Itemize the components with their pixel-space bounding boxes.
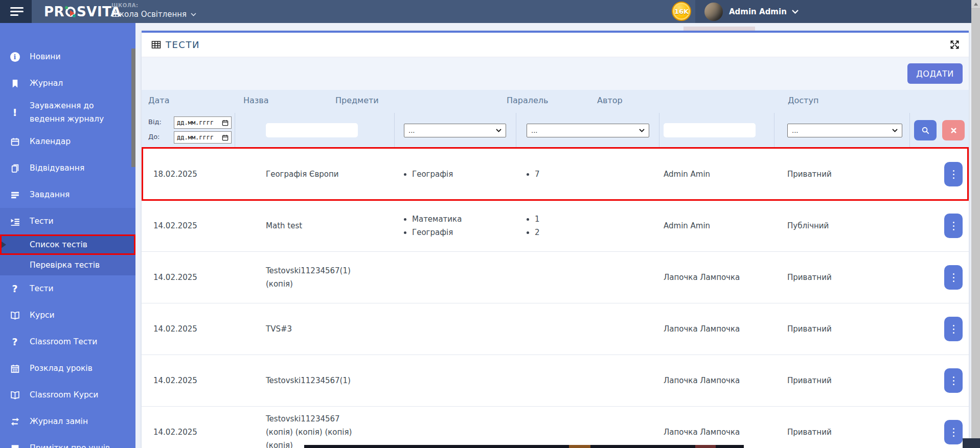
school-select[interactable]: Школа Освітлення [111,10,196,19]
row-access: Приватний [774,252,910,303]
sidebar-item-7[interactable]: Список тестів [0,234,135,255]
author-filter-input[interactable] [664,123,756,137]
sidebar-item-11[interactable]: ?Classroom Тести [0,328,135,355]
sidebar-item-label: Відвідування [30,161,128,175]
chevron-down-icon [496,129,502,132]
row-date: 14.02.2025 [142,303,235,355]
coins-badge[interactable]: 16K [672,2,691,21]
search-button[interactable] [914,120,937,140]
name-filter-cell [235,113,395,149]
sidebar-item-12[interactable]: Розклад уроків [0,355,135,382]
date-from-input[interactable]: дд.мм.гггг [174,116,232,129]
row-menu-button[interactable] [944,317,963,341]
row-menu-button[interactable] [944,162,963,186]
sidebar-item-2[interactable]: !Зауваження до ведення журналу [0,97,135,128]
row-menu-button[interactable] [944,420,963,444]
row-name: Географія Європи [235,149,395,200]
clear-filters-button[interactable] [942,120,965,140]
row-menu-button[interactable] [944,368,963,393]
calendar-icon [222,120,229,126]
menu-toggle-button[interactable] [0,0,32,23]
add-test-button[interactable]: ДОДАТИ [907,63,963,84]
exclamation-icon: ! [0,106,30,119]
tasks-list-icon [0,190,30,200]
parallel-item: 2 [527,226,540,239]
schedule-calendar-icon [0,364,30,373]
subjects-filter-select[interactable]: ... [404,124,506,137]
table-row: 14.02.2025Testovski11234567(1) (копія)Ла… [142,252,969,303]
sidebar-item-8[interactable]: Перевірка тестів [0,255,135,275]
row-name: Testovski11234567(1) (копія) [235,252,395,303]
sidebar-item-label: Журнал [30,77,128,90]
sidebar-item-10[interactable]: Курси [0,302,135,328]
expand-panel-button[interactable] [949,39,961,51]
row-name: TVS#3 [235,303,395,355]
parallel-filter-select[interactable]: ... [527,124,649,137]
sidebar-item-label: Завдання [30,188,128,201]
row-parallels [516,407,659,448]
content-area: ТЕСТИ ДОДАТИ ДатаНазваПредметиПаралельАв… [135,23,971,448]
subjects-filter-cell: ... [395,113,516,149]
select-placeholder: ... [408,127,415,134]
calendar-icon [222,134,229,141]
sidebar-item-label: Календар [30,135,128,148]
row-actions [910,252,969,303]
scroll-up-button[interactable] [971,0,980,9]
sidebar-scrollbar-thumb[interactable] [131,49,135,167]
school-switcher: ШКОЛА: Школа Освітлення [111,3,196,19]
chevron-down-icon [191,13,196,16]
top-bar: PR SVITA ШКОЛА: Школа Освітлення 16K Adm… [0,0,971,23]
row-access: Приватний [774,149,910,200]
sidebar-item-0[interactable]: iНовини [0,43,135,70]
row-author: Admin Amin [659,149,774,200]
user-menu[interactable]: Admin Admin [695,0,971,23]
expand-icon [950,40,960,50]
sidebar-item-15[interactable]: Примітки про учнів [0,435,135,448]
access-filter-cell: ... [774,113,910,149]
sidebar-item-13[interactable]: Classroom Курси [0,382,135,408]
table-row: 14.02.2025Testovski11234567(1)Лапочка Ла… [142,355,969,407]
author-filter-cell [659,113,774,149]
table-row: 14.02.2025TVS#3Лапочка ЛампочкаПриватний [142,303,969,355]
sidebar-item-9[interactable]: ?Тести [0,275,135,302]
chevron-down-icon [639,129,645,132]
row-name: Math test [235,200,395,251]
row-author: Лапочка Лампочка [659,407,774,448]
row-access: Публічний [774,200,910,251]
row-menu-button[interactable] [944,265,963,290]
sidebar-item-label: Classroom Тести [30,335,128,348]
sidebar-item-3[interactable]: Календар [0,128,135,155]
panel-title: ТЕСТИ [166,39,200,50]
sidebar-item-1[interactable]: Журнал [0,70,135,97]
row-date: 14.02.2025 [142,200,235,251]
taskbar-sliver [304,445,744,448]
sidebar-item-6[interactable]: Тести [0,208,135,234]
row-date: 18.02.2025 [142,149,235,200]
sidebar-item-label: Розклад уроків [30,362,128,375]
close-icon [950,127,957,134]
date-to-input[interactable]: дд.мм.гггг [174,131,232,144]
sidebar-item-5[interactable]: Завдання [0,181,135,208]
name-filter-input[interactable] [266,123,358,137]
subject-item: Математика [404,213,462,226]
row-parallels: 12 [516,200,659,251]
row-subjects: МатематикаГеографія [395,200,516,251]
select-placeholder: ... [792,127,798,134]
school-name: Школа Освітлення [111,10,187,19]
date-placeholder: дд.мм.гггг [177,134,214,141]
access-filter-select[interactable]: ... [787,124,902,137]
row-menu-button[interactable] [944,214,963,238]
scrollbar-corner [963,438,980,448]
bookmark-icon [0,79,30,88]
sidebar-item-4[interactable]: Відвідування [0,155,135,181]
table-body: 18.02.2025Географія ЄвропиГеографія7Admi… [142,149,969,448]
row-author: Лапочка Лампочка [659,252,774,303]
sidebar-item-label: Курси [30,309,128,322]
row-name: Testovski11234567(1) [235,355,395,406]
row-subjects [395,407,516,448]
table-header: ДатаНазваПредметиПаралельАвторДоступ [142,90,969,113]
page-scrollbar[interactable] [971,0,980,448]
user-name: Admin Admin [729,7,787,16]
sidebar-item-14[interactable]: Журнал замін [0,408,135,435]
tests-list-icon [0,217,30,226]
